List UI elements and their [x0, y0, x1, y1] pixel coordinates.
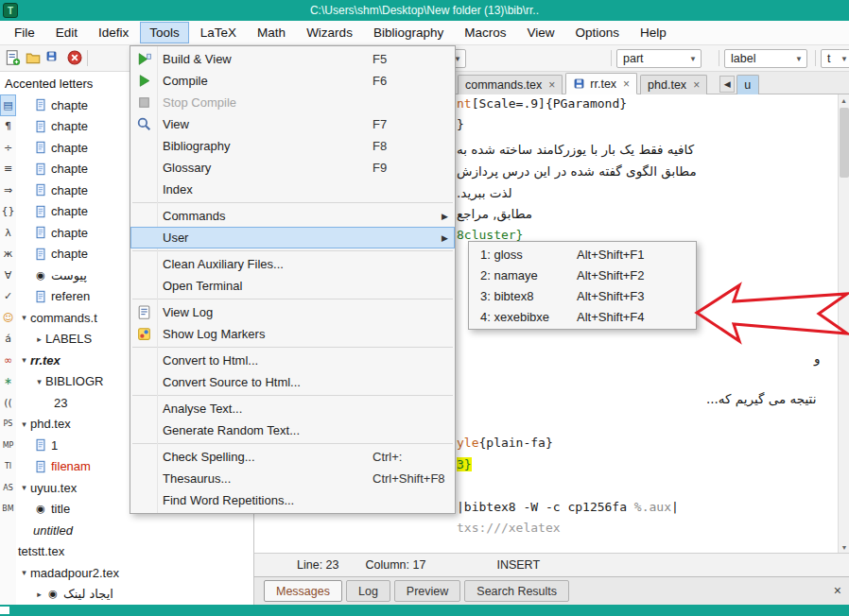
scroll-down-icon[interactable]: ▼ [839, 541, 849, 553]
menu-idefix[interactable]: Idefix [89, 22, 138, 43]
expander-closed-icon[interactable]: ▸ [33, 334, 45, 344]
menu-item-stop-compile[interactable]: Stop Compile [130, 92, 455, 113]
menu-math[interactable]: Math [248, 22, 295, 43]
menu-item-view[interactable]: ViewF7 [130, 113, 455, 135]
menu-bibliography[interactable]: Bibliography [364, 22, 453, 43]
submenu-item-1-gloss[interactable]: 1: glossAlt+Shift+F1 [469, 244, 696, 265]
menu-item-index[interactable]: Index [130, 179, 455, 200]
arrows-icon[interactable]: ⇒ [0, 180, 16, 201]
tree-item-label: chapte [51, 183, 88, 197]
toolbar-combo-t[interactable]: t▼ [821, 49, 849, 68]
infinity-symbols-icon[interactable]: ∞ [0, 350, 16, 371]
asymptote-panel-icon[interactable]: AS [0, 477, 16, 499]
editor-scrollbar[interactable]: ▲ ▼ [838, 94, 849, 553]
menu-options[interactable]: Options [565, 22, 629, 43]
tab-u[interactable]: u [736, 75, 759, 94]
menu-item-find-word-repetitions[interactable]: Find Word Repetitions... [130, 489, 455, 511]
editor-line: } [457, 117, 464, 131]
expander-open-icon[interactable]: ▾ [18, 568, 30, 577]
pstricks-panel-icon[interactable]: PS [0, 414, 16, 436]
menu-tools[interactable]: Tools [140, 22, 189, 43]
submenu-item-4-xexebibxe[interactable]: 4: xexebibxeAlt+Shift+F4 [469, 306, 696, 327]
new-document-icon[interactable] [4, 49, 22, 67]
math-operators-icon[interactable]: ÷ [0, 137, 16, 159]
expander-open-icon[interactable]: ▾ [18, 355, 30, 365]
menu-edit[interactable]: Edit [46, 22, 87, 43]
scrollbar-thumb[interactable] [840, 108, 849, 178]
accented-letters-icon[interactable]: á [0, 329, 16, 351]
expander-open-icon[interactable]: ▾ [18, 483, 30, 492]
menu-item-commands[interactable]: Commands▶ [130, 205, 455, 227]
bottom-tab-preview[interactable]: Preview [394, 580, 460, 602]
tab-scroll-left-button[interactable]: ◀ [719, 76, 735, 93]
toolbar-combo-part[interactable]: part▼ [616, 49, 702, 68]
menu-item-check-spelling[interactable]: Check Spelling...Ctrl+: [130, 446, 455, 468]
menu-item-label: Compile [163, 74, 208, 88]
menu-latex[interactable]: LaTeX [191, 22, 246, 43]
close-red-icon[interactable] [66, 49, 84, 67]
check-symbols-icon[interactable]: ✓ [0, 286, 16, 308]
menu-item-compile[interactable]: CompileF6 [130, 70, 455, 92]
tab-close-icon[interactable]: × [623, 77, 630, 91]
bottom-tab-log[interactable]: Log [346, 580, 390, 602]
save-icon[interactable] [45, 49, 63, 67]
tools-menu-popup: Build & ViewF5CompileF6Stop CompileViewF… [130, 45, 456, 514]
menu-item-user[interactable]: User▶ [130, 227, 455, 248]
menu-item-glossary[interactable]: GlossaryF9 [130, 157, 455, 179]
tab-phd-tex[interactable]: phd.tex× [640, 75, 707, 94]
expander-closed-icon[interactable]: ▸ [33, 590, 45, 599]
metapost-panel-icon[interactable]: MP [0, 435, 16, 456]
misc-symbols-icon[interactable]: ☺ [0, 307, 16, 329]
tab-close-icon[interactable]: × [693, 78, 700, 92]
toolbar-combo-label[interactable]: label▼ [724, 49, 807, 68]
menu-item-clean-auxiliary-files[interactable]: Clean Auxiliary Files... [130, 253, 455, 275]
logic-operators-icon[interactable]: ∀ [0, 265, 16, 286]
delimiters-icon[interactable]: {} [0, 201, 16, 223]
menu-item-view-log[interactable]: View Log [130, 301, 455, 323]
tree-item-untitled[interactable]: untitled [16, 520, 253, 541]
menu-wizards[interactable]: Wizards [297, 22, 362, 43]
expander-open-icon[interactable]: ▾ [18, 419, 30, 429]
menu-macros[interactable]: Macros [455, 22, 515, 43]
expander-open-icon[interactable]: ▾ [18, 313, 30, 322]
menu-item-thesaurus[interactable]: Thesaurus...Ctrl+Shift+F8 [130, 468, 455, 489]
special-symbols-icon[interactable]: ∗ [0, 371, 16, 393]
menu-item-open-terminal[interactable]: Open Terminal [130, 275, 455, 297]
menu-separator [132, 347, 453, 348]
submenu-item-3-bibtex8[interactable]: 3: bibtex8Alt+Shift+F3 [469, 285, 696, 306]
menu-item-build-view[interactable]: Build & ViewF5 [130, 48, 455, 70]
menu-help[interactable]: Help [631, 22, 676, 43]
tikz-panel-icon[interactable]: TI [0, 456, 16, 478]
bottom-panel-close-icon[interactable]: × [834, 583, 841, 598]
expander-open-icon[interactable]: ▾ [33, 377, 45, 386]
bottom-tab-messages[interactable]: Messages [264, 580, 342, 602]
code-segment: و [814, 351, 821, 366]
beamer-panel-icon[interactable]: BM [0, 499, 16, 521]
tree-item-tetstt-tex[interactable]: tetstt.tex [16, 541, 253, 563]
paragraph-symbols-icon[interactable]: ¶ [0, 116, 16, 138]
brackets-panel-icon[interactable]: (( [0, 392, 16, 414]
menu-item-bibliography[interactable]: BibliographyF8 [130, 135, 455, 157]
scroll-up-icon[interactable]: ▲ [839, 94, 849, 106]
submenu-item-2-namaye[interactable]: 2: namayeAlt+Shift+F2 [469, 265, 696, 285]
open-folder-icon[interactable] [25, 49, 43, 67]
menu-item-show-log-markers[interactable]: Show Log Markers [130, 323, 455, 345]
tree-item-madadpour2-tex[interactable]: ▾madadpour2.tex [16, 562, 253, 584]
relations-icon[interactable]: ≡ [0, 159, 16, 180]
greek-letters-icon[interactable]: λ [0, 222, 16, 244]
menu-file[interactable]: File [5, 22, 44, 43]
menu-separator [132, 202, 453, 203]
menu-item-convert-to-html[interactable]: Convert to Html... [130, 350, 455, 371]
menu-item-convert-source-to-html[interactable]: Convert Source to Html... [130, 371, 455, 393]
structure-panel-icon[interactable]: ▤ [0, 94, 16, 116]
menu-view[interactable]: View [517, 22, 563, 43]
tab-close-icon[interactable]: × [548, 78, 555, 92]
tab-rr-tex[interactable]: rr.tex× [565, 73, 637, 94]
tree-item-ایجاد-لینک[interactable]: ▸◉ایجاد لینک [16, 584, 253, 606]
bottom-tab-search-results[interactable]: Search Results [464, 580, 569, 602]
menu-item-generate-random-text[interactable]: Generate Random Text... [130, 419, 455, 441]
cyrillic-letters-icon[interactable]: ж [0, 244, 16, 265]
tab-commands-tex[interactable]: commands.tex× [458, 75, 563, 94]
menu-item-label: View [163, 117, 189, 131]
menu-item-analyse-text[interactable]: Analyse Text... [130, 398, 455, 419]
